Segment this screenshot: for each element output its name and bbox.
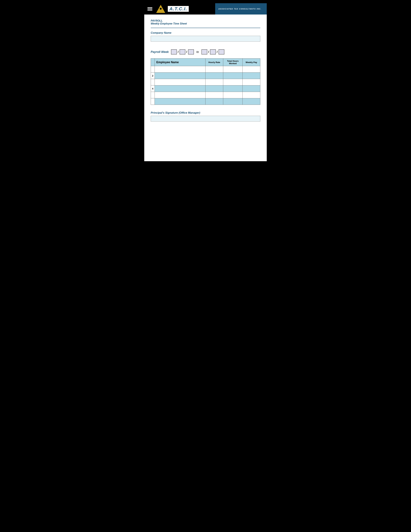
weekly-pay-3[interactable] bbox=[243, 79, 260, 86]
total-hours-4[interactable] bbox=[223, 86, 243, 92]
weekly-pay-1[interactable] bbox=[243, 66, 260, 73]
header-line-3 bbox=[148, 10, 152, 10]
company-name-label: Company Name bbox=[151, 31, 260, 35]
table-row: 2 bbox=[151, 73, 260, 79]
header-line-1 bbox=[148, 7, 152, 8]
logo-box: A.T.C.I. bbox=[168, 6, 189, 12]
row-num-5 bbox=[151, 92, 155, 98]
date-sep-3: / bbox=[208, 50, 209, 54]
table-header-row: Employee Name Hourly Rate Total Hours Wo… bbox=[151, 58, 260, 66]
header-decoration bbox=[148, 7, 152, 10]
weekly-pay-5[interactable] bbox=[243, 92, 260, 98]
hourly-rate-3[interactable] bbox=[206, 79, 223, 86]
total-hours-5[interactable] bbox=[223, 92, 243, 98]
payroll-week-label: Payroll Week bbox=[151, 50, 169, 54]
payroll-start-day[interactable] bbox=[179, 49, 185, 55]
total-hours-6[interactable] bbox=[223, 98, 243, 105]
header: A.T.C.I. ASSOCIATED TAX CONSULTANTS INC. bbox=[144, 3, 267, 15]
payroll-end-day[interactable] bbox=[210, 49, 216, 55]
to-label: to bbox=[196, 50, 199, 54]
employee-name-4[interactable] bbox=[155, 86, 206, 92]
table-row bbox=[151, 79, 260, 86]
hourly-rate-2[interactable] bbox=[206, 73, 223, 79]
weekly-pay-2[interactable] bbox=[243, 73, 260, 79]
signature-label: Principal's Signature (Office Manager) bbox=[151, 111, 260, 114]
body-content: PAYROLL Weekly Employee Time Sheet Compa… bbox=[144, 15, 267, 126]
hourly-rate-5[interactable] bbox=[206, 92, 223, 98]
total-hours-3[interactable] bbox=[223, 79, 243, 86]
header-line-2 bbox=[148, 9, 152, 9]
signature-input[interactable] bbox=[151, 116, 260, 122]
employee-name-1[interactable] bbox=[155, 66, 206, 73]
payroll-start-year[interactable] bbox=[188, 49, 194, 55]
hourly-rate-4[interactable] bbox=[206, 86, 223, 92]
col-num-header bbox=[151, 58, 155, 66]
employee-name-6[interactable] bbox=[155, 98, 206, 105]
date-sep-1: / bbox=[178, 50, 178, 54]
payroll-start-month[interactable] bbox=[171, 49, 177, 55]
weekly-pay-6[interactable] bbox=[243, 98, 260, 105]
col-pay-header: Weekly Pay bbox=[243, 58, 260, 66]
row-num-4: 4 bbox=[151, 86, 155, 92]
payroll-end-year[interactable] bbox=[219, 49, 224, 55]
header-company-name: ASSOCIATED TAX CONSULTANTS INC. bbox=[218, 8, 262, 10]
hourly-rate-6[interactable] bbox=[206, 98, 223, 105]
header-blue-bar: ASSOCIATED TAX CONSULTANTS INC. bbox=[215, 3, 267, 15]
payroll-end-month[interactable] bbox=[201, 49, 207, 55]
header-divider bbox=[151, 28, 260, 28]
company-name-input[interactable] bbox=[151, 36, 260, 42]
doc-title-payroll: PAYROLL bbox=[151, 19, 260, 22]
table-row bbox=[151, 98, 260, 105]
table-row bbox=[151, 66, 260, 73]
doc-title: PAYROLL Weekly Employee Time Sheet bbox=[151, 19, 260, 25]
row-num-3 bbox=[151, 79, 155, 86]
logo-atci-text: A.T.C.I. bbox=[169, 7, 187, 11]
hourly-rate-1[interactable] bbox=[206, 66, 223, 73]
timesheet-table: Employee Name Hourly Rate Total Hours Wo… bbox=[151, 58, 260, 105]
col-hourly-header: Hourly Rate bbox=[206, 58, 223, 66]
employee-name-3[interactable] bbox=[155, 79, 206, 86]
employee-name-2[interactable] bbox=[155, 73, 206, 79]
page: A.T.C.I. ASSOCIATED TAX CONSULTANTS INC.… bbox=[144, 3, 267, 161]
weekly-pay-4[interactable] bbox=[243, 86, 260, 92]
total-hours-1[interactable] bbox=[223, 66, 243, 73]
row-num-1 bbox=[151, 66, 155, 73]
date-sep-2: / bbox=[186, 50, 187, 54]
payroll-week-row: Payroll Week / / to / / bbox=[151, 49, 260, 55]
employee-name-5[interactable] bbox=[155, 92, 206, 98]
table-row: 4 bbox=[151, 86, 260, 92]
row-num-2: 2 bbox=[151, 73, 155, 79]
col-employee-header: Employee Name bbox=[155, 58, 206, 66]
spacer bbox=[151, 45, 260, 48]
date-sep-4: / bbox=[217, 50, 218, 54]
col-hours-header: Total Hours Worked bbox=[223, 58, 243, 66]
signature-section: Principal's Signature (Office Manager) bbox=[151, 111, 260, 122]
doc-title-sub: Weekly Employee Time Sheet bbox=[151, 22, 260, 25]
row-num-6 bbox=[151, 98, 155, 105]
total-hours-2[interactable] bbox=[223, 73, 243, 79]
logo-triangle-icon bbox=[156, 5, 165, 13]
table-row bbox=[151, 92, 260, 98]
